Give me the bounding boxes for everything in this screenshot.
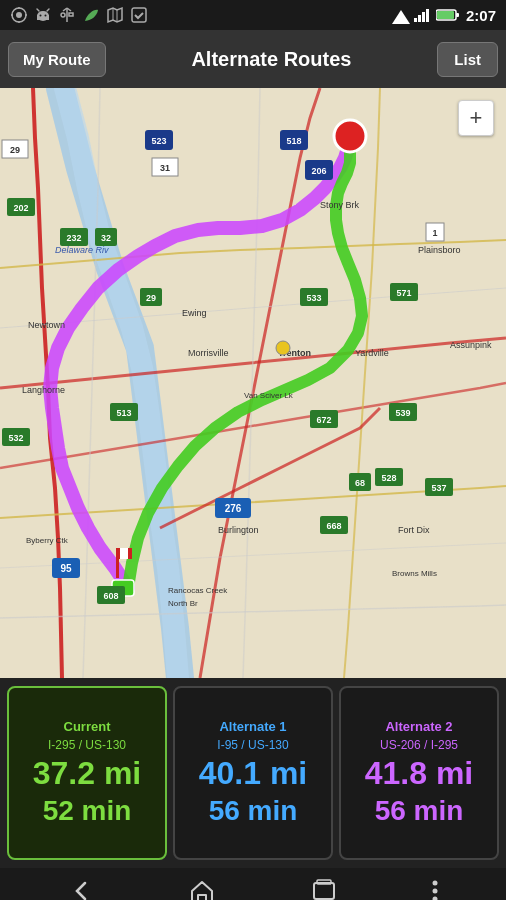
nav-bar: My Route Alternate Routes List xyxy=(0,30,506,88)
zoom-in-button[interactable]: + xyxy=(458,100,494,136)
svg-text:Fort Dix: Fort Dix xyxy=(398,525,430,535)
back-button[interactable] xyxy=(55,869,107,900)
svg-line-8 xyxy=(37,9,39,11)
alt2-time: 56 min xyxy=(375,795,464,827)
svg-text:Burlington: Burlington xyxy=(218,525,259,535)
svg-text:Byberry Ctk: Byberry Ctk xyxy=(26,536,69,545)
svg-text:68: 68 xyxy=(355,478,365,488)
svg-text:31: 31 xyxy=(160,163,170,173)
svg-text:29: 29 xyxy=(146,293,156,303)
svg-text:206: 206 xyxy=(311,166,326,176)
svg-rect-25 xyxy=(426,9,429,22)
svg-text:Assunpink: Assunpink xyxy=(450,340,492,350)
svg-text:Stony Brk: Stony Brk xyxy=(320,200,360,210)
alt1-label: Alternate 1 xyxy=(219,719,286,734)
svg-rect-27 xyxy=(456,13,459,17)
svg-text:Plainsboro: Plainsboro xyxy=(418,245,461,255)
check-icon xyxy=(130,6,148,24)
svg-point-15 xyxy=(61,13,65,17)
svg-text:Van Sciver Lk: Van Sciver Lk xyxy=(244,391,294,400)
alt1-time: 56 min xyxy=(209,795,298,827)
svg-text:Morrisville: Morrisville xyxy=(188,348,229,358)
alt2-distance: 41.8 mi xyxy=(365,756,474,791)
status-bar: 2:07 xyxy=(0,0,506,30)
battery-icon xyxy=(436,8,460,22)
my-route-button[interactable]: My Route xyxy=(8,42,106,77)
route-card-alt2[interactable]: Alternate 2 US-206 / I-295 41.8 mi 56 mi… xyxy=(339,686,499,860)
alt2-roads: US-206 / I-295 xyxy=(380,738,458,752)
list-button[interactable]: List xyxy=(437,42,498,77)
recents-button[interactable] xyxy=(298,869,350,900)
gps-icon xyxy=(10,6,28,24)
svg-rect-24 xyxy=(422,12,425,22)
svg-point-101 xyxy=(433,881,438,886)
svg-rect-22 xyxy=(414,18,417,22)
cell-signal-icon xyxy=(414,8,432,22)
current-distance: 37.2 mi xyxy=(33,756,142,791)
menu-button[interactable] xyxy=(419,871,451,900)
svg-text:29: 29 xyxy=(10,145,20,155)
leaf-icon xyxy=(82,6,100,24)
android-icon xyxy=(34,6,52,24)
home-button[interactable] xyxy=(176,869,228,900)
svg-point-30 xyxy=(334,120,366,152)
svg-text:672: 672 xyxy=(316,415,331,425)
svg-rect-16 xyxy=(69,13,73,16)
svg-point-98 xyxy=(276,341,290,355)
svg-rect-7 xyxy=(37,15,49,20)
svg-marker-21 xyxy=(392,10,410,24)
alt2-label: Alternate 2 xyxy=(385,719,452,734)
svg-text:537: 537 xyxy=(431,483,446,493)
svg-text:Newtown: Newtown xyxy=(28,320,65,330)
svg-text:Rancocas Creek: Rancocas Creek xyxy=(168,586,228,595)
svg-text:539: 539 xyxy=(395,408,410,418)
svg-text:1: 1 xyxy=(432,228,437,238)
usb-icon xyxy=(58,6,76,24)
svg-text:571: 571 xyxy=(396,288,411,298)
svg-text:32: 32 xyxy=(101,233,111,243)
svg-text:95: 95 xyxy=(60,563,72,574)
current-roads: I-295 / US-130 xyxy=(48,738,126,752)
svg-text:232: 232 xyxy=(66,233,81,243)
clock: 2:07 xyxy=(466,7,496,24)
svg-text:513: 513 xyxy=(116,408,131,418)
svg-text:276: 276 xyxy=(225,503,242,514)
svg-point-10 xyxy=(40,15,42,17)
map-container[interactable]: 95 276 202 232 32 29 533 571 xyxy=(0,88,506,678)
svg-text:Delaware Riv: Delaware Riv xyxy=(55,245,109,255)
svg-marker-17 xyxy=(108,8,122,22)
svg-line-9 xyxy=(47,9,49,11)
svg-text:523: 523 xyxy=(151,136,166,146)
svg-rect-33 xyxy=(120,548,128,559)
svg-text:528: 528 xyxy=(381,473,396,483)
alt1-roads: I-95 / US-130 xyxy=(217,738,288,752)
route-card-current[interactable]: Current I-295 / US-130 37.2 mi 52 min xyxy=(7,686,167,860)
map-svg: 95 276 202 232 32 29 533 571 xyxy=(0,88,506,678)
signal-icon xyxy=(392,6,410,24)
current-label: Current xyxy=(64,719,111,734)
svg-text:518: 518 xyxy=(286,136,301,146)
svg-point-102 xyxy=(433,889,438,894)
svg-text:202: 202 xyxy=(13,203,28,213)
status-icons-right: 2:07 xyxy=(392,6,496,24)
svg-rect-20 xyxy=(132,8,146,22)
nav-title: Alternate Routes xyxy=(106,48,438,71)
svg-text:608: 608 xyxy=(103,591,118,601)
svg-text:532: 532 xyxy=(8,433,23,443)
svg-text:Browns Mills: Browns Mills xyxy=(392,569,437,578)
svg-point-11 xyxy=(45,15,47,17)
svg-text:North Br: North Br xyxy=(168,599,198,608)
alt1-distance: 40.1 mi xyxy=(199,756,308,791)
svg-text:533: 533 xyxy=(306,293,321,303)
current-time: 52 min xyxy=(43,795,132,827)
svg-text:Langhorne: Langhorne xyxy=(22,385,65,395)
svg-text:Ewing: Ewing xyxy=(182,308,207,318)
bottom-nav xyxy=(0,868,506,900)
svg-rect-28 xyxy=(437,11,454,19)
svg-text:668: 668 xyxy=(326,521,341,531)
svg-text:Yardville: Yardville xyxy=(355,348,389,358)
status-icons-left xyxy=(10,6,148,24)
route-card-alt1[interactable]: Alternate 1 I-95 / US-130 40.1 mi 56 min xyxy=(173,686,333,860)
svg-point-103 xyxy=(433,897,438,901)
svg-rect-23 xyxy=(418,15,421,22)
